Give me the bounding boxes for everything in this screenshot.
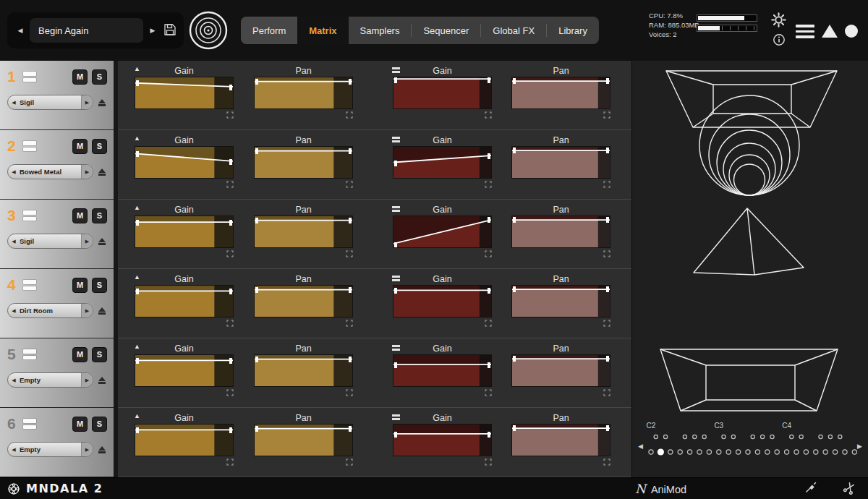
envelope-handle[interactable] <box>255 357 258 362</box>
envelope-handle[interactable] <box>394 161 397 166</box>
envelope-handle[interactable] <box>513 356 516 362</box>
expand-icon[interactable] <box>226 459 234 466</box>
expand-icon[interactable] <box>603 389 610 396</box>
expand-icon[interactable] <box>226 181 234 188</box>
envelope-handle[interactable] <box>488 432 490 438</box>
expand-icon[interactable] <box>603 111 610 119</box>
expand-icon[interactable] <box>226 389 234 396</box>
preset-next-icon[interactable]: ▶ <box>81 234 93 248</box>
envelope-handle[interactable] <box>606 148 609 153</box>
envelope-handle[interactable] <box>394 362 397 368</box>
mute-button[interactable]: M <box>72 69 88 85</box>
envelope-handle[interactable] <box>488 77 490 83</box>
envelope-handle[interactable] <box>255 287 258 293</box>
tab-perform[interactable]: Perform <box>241 17 297 44</box>
envelope-display[interactable] <box>135 354 234 387</box>
eject-icon[interactable] <box>97 99 107 106</box>
envelope-handle[interactable] <box>488 217 490 223</box>
key-dot[interactable] <box>751 435 754 438</box>
key-dot[interactable] <box>693 435 697 438</box>
tab-matrix[interactable]: Matrix <box>297 17 348 44</box>
envelope-display[interactable] <box>511 216 610 248</box>
scissors-icon[interactable] <box>843 481 856 497</box>
global-preset-field[interactable]: Begin Again <box>30 18 143 43</box>
solo-button[interactable]: S <box>92 139 107 154</box>
preset-next-icon[interactable]: ▶ <box>81 373 93 387</box>
key-dot[interactable] <box>664 435 668 438</box>
envelope-display[interactable] <box>393 354 492 387</box>
expand-icon[interactable] <box>346 389 353 396</box>
envelope-handle[interactable] <box>136 151 139 157</box>
key-dot[interactable] <box>736 450 741 454</box>
key-dot[interactable] <box>785 450 789 454</box>
tab-global-fx[interactable]: Global FX <box>481 17 546 44</box>
tab-sequencer[interactable]: Sequencer <box>412 17 480 44</box>
preset-prev-icon[interactable]: ◀ <box>8 308 20 314</box>
envelope-handle[interactable] <box>394 432 397 438</box>
save-icon[interactable] <box>162 22 178 38</box>
envelope-display[interactable] <box>254 146 353 179</box>
envelope-handle[interactable] <box>488 153 490 159</box>
expand-icon[interactable] <box>485 389 492 396</box>
envelope-display[interactable] <box>135 146 234 179</box>
preset-selector[interactable]: ◀ Empty ▶ <box>7 442 93 457</box>
envelope-handle[interactable] <box>606 286 609 292</box>
key-dot[interactable] <box>852 450 856 454</box>
envelope-handle[interactable] <box>349 79 352 85</box>
envelope-handle[interactable] <box>394 288 397 294</box>
key-dot[interactable] <box>746 450 750 454</box>
envelope-handle[interactable] <box>229 358 232 364</box>
key-dot[interactable] <box>702 435 706 438</box>
preset-prev-icon[interactable]: ◀ <box>8 100 20 106</box>
tab-library[interactable]: Library <box>547 17 599 44</box>
envelope-handle[interactable] <box>349 426 352 432</box>
key-dot[interactable] <box>678 450 682 454</box>
envelope-handle[interactable] <box>229 159 232 165</box>
solo-button[interactable]: S <box>92 417 107 432</box>
envelope-display[interactable] <box>511 77 610 109</box>
expand-icon[interactable] <box>226 111 234 119</box>
eject-icon[interactable] <box>97 169 107 176</box>
envelope-handle[interactable] <box>488 288 490 294</box>
envelope-handle[interactable] <box>606 78 609 84</box>
eject-icon[interactable] <box>97 307 107 315</box>
envelope-handle[interactable] <box>136 80 139 86</box>
envelope-handle[interactable] <box>513 78 516 84</box>
expand-icon[interactable] <box>226 250 234 257</box>
key-dot[interactable] <box>775 450 779 454</box>
envelope-handle[interactable] <box>229 289 232 294</box>
key-dot[interactable] <box>843 450 847 454</box>
envelope-handle[interactable] <box>394 242 397 248</box>
key-dot[interactable] <box>722 435 726 438</box>
expand-icon[interactable] <box>346 320 353 327</box>
expand-icon[interactable] <box>485 459 492 466</box>
key-dot[interactable] <box>823 450 827 454</box>
preset-prev-icon[interactable]: ◀ <box>8 239 20 244</box>
key-range-right-arrow[interactable]: ▶ <box>857 443 862 450</box>
envelope-handle[interactable] <box>606 217 609 223</box>
envelope-handle[interactable] <box>394 77 397 83</box>
mute-button[interactable]: M <box>72 139 88 154</box>
expand-icon[interactable] <box>346 181 353 188</box>
mute-button[interactable]: M <box>72 417 88 432</box>
mute-button[interactable]: M <box>72 208 88 223</box>
mute-button[interactable]: M <box>72 278 88 293</box>
envelope-display[interactable] <box>393 146 492 179</box>
envelope-display[interactable] <box>393 424 492 456</box>
key-dot[interactable] <box>838 435 842 438</box>
preset-prev-button[interactable]: ◀ <box>13 20 27 41</box>
envelope-display[interactable] <box>135 216 234 248</box>
key-dot[interactable] <box>668 450 673 454</box>
envelope-handle[interactable] <box>255 426 258 432</box>
expand-icon[interactable] <box>603 459 610 466</box>
expand-icon[interactable] <box>603 320 610 327</box>
preset-next-icon[interactable]: ▶ <box>81 165 93 179</box>
envelope-handle[interactable] <box>513 286 516 292</box>
envelope-handle[interactable] <box>255 79 258 85</box>
preset-prev-icon[interactable]: ◀ <box>8 378 20 383</box>
envelope-handle[interactable] <box>349 357 352 362</box>
envelope-display[interactable] <box>135 77 234 109</box>
preset-next-icon[interactable]: ▶ <box>81 443 93 456</box>
key-dot[interactable] <box>819 435 822 438</box>
key-dot[interactable] <box>794 450 799 454</box>
